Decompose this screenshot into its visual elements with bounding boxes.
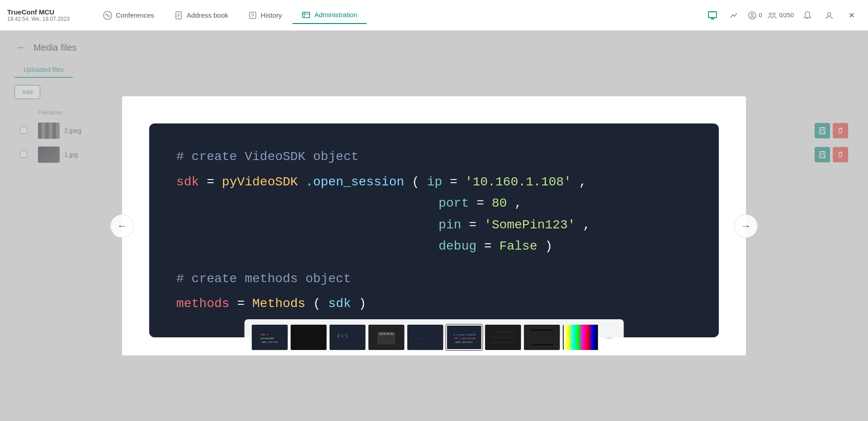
- code-line-6: # create methods object: [176, 268, 692, 290]
- topnav: TrueConf MCU 18:42:54, We, 19.07.2023 Co…: [0, 0, 868, 31]
- modal-overlay: ← → # create VideoSDK object sdk = pyVid…: [0, 31, 868, 421]
- svg-text:______: ______: [415, 336, 427, 339]
- svg-rect-52: [531, 329, 553, 345]
- nav-tabs: Conferences Address book: [94, 7, 704, 24]
- code-line-4: pin = 'SomePin123' ,: [176, 214, 692, 236]
- code-line-3: port = 80 ,: [176, 193, 692, 214]
- filmstrip: sdk = pyVideoSDK .open_session {'>'}: [245, 319, 624, 355]
- code-eq-pin: =: [469, 218, 476, 232]
- code-paren-open-1: (: [412, 175, 420, 189]
- svg-text:.open_session: .open_session: [260, 341, 278, 344]
- svg-rect-12: [708, 12, 717, 18]
- bell-icon-btn[interactable]: [799, 7, 816, 24]
- user-icon-btn[interactable]: [821, 7, 837, 24]
- connections-count: 0: [759, 12, 762, 19]
- code-param-debug-key: debug: [439, 239, 476, 253]
- code-param-pin-val: 'SomePin123': [484, 218, 576, 232]
- code-comma-2: ,: [514, 196, 522, 210]
- svg-text:.open_session(: .open_session(: [454, 341, 473, 344]
- tab-conferences-label: Conferences: [116, 11, 154, 19]
- svg-rect-9: [302, 12, 310, 18]
- svg-rect-53: [531, 329, 553, 331]
- code-line-7: methods = Methods ( sdk ): [176, 293, 692, 315]
- filmstrip-thumb-3[interactable]: {'>'}: [330, 325, 366, 350]
- code-eq-2: =: [237, 297, 252, 311]
- svg-text:# create VideoSDK: # create VideoSDK: [454, 333, 476, 336]
- address-book-icon: [174, 11, 183, 20]
- svg-point-19: [828, 12, 831, 15]
- code-eq-ip: =: [450, 175, 458, 189]
- administration-icon: [302, 10, 311, 19]
- code-func-methods: Methods: [252, 297, 306, 311]
- tab-address-book[interactable]: Address book: [165, 7, 237, 24]
- users-count: 0/250: [779, 12, 794, 19]
- code-comma-1: ,: [579, 175, 587, 189]
- brand-time: 18:42:54, We, 19.07.2023: [7, 16, 80, 22]
- code-paren-close-1: ): [545, 239, 552, 253]
- code-param-ip-val: '10.160.1.108': [465, 175, 571, 189]
- code-line-1: # create VideoSDK object: [176, 146, 692, 168]
- history-icon: [248, 11, 257, 20]
- code-arg-sdk: sdk: [328, 297, 351, 311]
- connections-badge: 0: [748, 11, 762, 20]
- code-line-5: debug = False ): [176, 236, 692, 257]
- code-var-methods: methods: [176, 297, 230, 311]
- code-comma-3: ,: [583, 218, 590, 232]
- tab-administration-label: Administration: [314, 11, 357, 19]
- code-comment-2: # create methods object: [176, 272, 351, 286]
- svg-text:sdk =: sdk =: [260, 333, 269, 336]
- code-param-pin-key: pin: [439, 218, 461, 232]
- filmstrip-thumb-4[interactable]: [368, 325, 405, 350]
- filmstrip-thumb-6[interactable]: # create VideoSDK sdk = pyVideoSDK .open…: [446, 325, 482, 350]
- nav-right: 0 0/250 ×: [704, 6, 861, 24]
- tab-administration[interactable]: Administration: [292, 7, 366, 24]
- filmstrip-thumb-2[interactable]: [291, 325, 327, 350]
- code-param-port-key: port: [439, 196, 469, 210]
- filmstrip-thumb-7[interactable]: [485, 325, 521, 350]
- code-func-pyVideoSDK: pyVideoSDK: [222, 175, 298, 189]
- svg-point-16: [751, 13, 754, 15]
- code-method-open-session: .open_session: [306, 175, 404, 189]
- svg-text:{'>'}: {'>'}: [337, 334, 348, 338]
- filmstrip-thumb-8[interactable]: [524, 325, 560, 350]
- code-comment-1: # create VideoSDK object: [176, 150, 359, 164]
- filmstrip-thumb-5[interactable]: ______: [407, 325, 443, 350]
- tab-address-book-label: Address book: [187, 11, 228, 19]
- chart-icon-btn[interactable]: [726, 7, 742, 24]
- filmstrip-more[interactable]: ···: [602, 332, 617, 343]
- code-param-debug-val: False: [499, 239, 537, 253]
- code-paren-open-2: (: [313, 297, 321, 311]
- monitor-icon-btn[interactable]: [704, 7, 721, 24]
- filmstrip-thumb-1[interactable]: sdk = pyVideoSDK .open_session: [252, 325, 288, 350]
- svg-rect-54: [531, 344, 553, 345]
- modal-prev-button[interactable]: ←: [110, 214, 134, 238]
- svg-rect-36: [378, 334, 395, 344]
- brand-name: TrueConf MCU: [7, 8, 80, 16]
- tab-history[interactable]: History: [239, 7, 291, 24]
- tab-history-label: History: [261, 11, 282, 19]
- code-paren-close-2: ): [359, 297, 366, 311]
- close-window-button[interactable]: ×: [843, 6, 861, 24]
- modal: ← → # create VideoSDK object sdk = pyVid…: [122, 96, 746, 355]
- code-param-ip-key: ip: [427, 175, 443, 189]
- code-var-sdk: sdk: [176, 175, 199, 189]
- conferences-icon: [103, 11, 112, 20]
- code-display: # create VideoSDK object sdk = pyVideoSD…: [149, 123, 719, 337]
- modal-next-button[interactable]: →: [734, 214, 758, 238]
- svg-point-18: [773, 13, 775, 15]
- brand: TrueConf MCU 18:42:54, We, 19.07.2023: [7, 8, 80, 22]
- code-eq-port: =: [476, 196, 484, 210]
- code-line-2: sdk = pyVideoSDK .open_session ( ip = '1…: [176, 171, 692, 193]
- filmstrip-thumb-9[interactable]: [563, 325, 599, 350]
- svg-text:sdk = pyVideoSDK: sdk = pyVideoSDK: [454, 337, 476, 340]
- tab-conferences[interactable]: Conferences: [94, 7, 163, 24]
- main-content: ← Media files Uploaded files Add Filenam…: [0, 31, 868, 421]
- svg-point-17: [769, 13, 772, 15]
- code-param-port-val: 80: [492, 196, 507, 210]
- svg-text:pyVideoSDK: pyVideoSDK: [260, 337, 274, 340]
- users-badge: 0/250: [767, 11, 794, 20]
- code-eq-1: =: [207, 175, 222, 189]
- code-eq-debug: =: [484, 239, 492, 253]
